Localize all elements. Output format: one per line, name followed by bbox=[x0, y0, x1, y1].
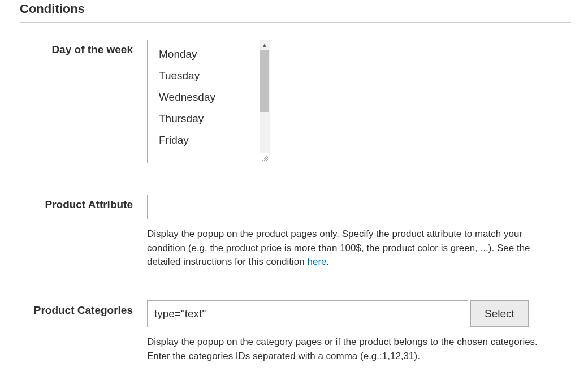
day-of-week-label: Day of the week bbox=[20, 40, 147, 57]
scroll-track[interactable] bbox=[260, 50, 270, 153]
resize-handle-icon[interactable] bbox=[260, 153, 270, 163]
scroll-up-icon[interactable]: ▲ bbox=[260, 40, 270, 50]
product-categories-row: Select bbox=[147, 300, 551, 327]
day-of-week-multiselect[interactable]: Monday Tuesday Wednesday Thursday Friday… bbox=[147, 40, 270, 163]
product-categories-help: Display the popup on the category pages … bbox=[147, 335, 551, 363]
day-option[interactable]: Friday bbox=[148, 129, 260, 151]
product-categories-control: Select Display the popup on the category… bbox=[147, 300, 551, 363]
help-text-suffix: . bbox=[327, 256, 330, 267]
day-of-week-list[interactable]: Monday Tuesday Wednesday Thursday Friday bbox=[148, 40, 260, 163]
day-option[interactable]: Monday bbox=[148, 44, 260, 65]
day-option[interactable]: Thursday bbox=[148, 108, 260, 129]
scroll-thumb[interactable] bbox=[260, 50, 269, 112]
here-link[interactable]: here bbox=[308, 256, 327, 267]
day-option[interactable]: Wednesday bbox=[148, 87, 260, 108]
field-product-attribute: Product Attribute Display the popup on t… bbox=[20, 195, 571, 269]
conditions-section: Conditions Day of the week Monday Tuesda… bbox=[0, 2, 588, 363]
field-day-of-week: Day of the week Monday Tuesday Wednesday… bbox=[20, 40, 571, 163]
product-categories-input[interactable] bbox=[147, 300, 468, 327]
field-product-categories: Product Categories Select Display the po… bbox=[20, 300, 571, 363]
product-attribute-help: Display the popup on the product pages o… bbox=[147, 227, 551, 269]
product-attribute-input[interactable] bbox=[147, 195, 548, 219]
select-button[interactable]: Select bbox=[470, 300, 529, 327]
product-attribute-control: Display the popup on the product pages o… bbox=[147, 195, 551, 269]
section-divider bbox=[20, 22, 571, 23]
scrollbar[interactable]: ▲ ▼ bbox=[260, 40, 270, 163]
product-attribute-label: Product Attribute bbox=[20, 195, 147, 212]
help-text-prefix: Display the popup on the product pages o… bbox=[147, 228, 530, 267]
section-title: Conditions bbox=[20, 2, 571, 16]
product-categories-label: Product Categories bbox=[20, 300, 147, 318]
day-option[interactable]: Tuesday bbox=[148, 65, 260, 87]
day-of-week-control: Monday Tuesday Wednesday Thursday Friday… bbox=[147, 40, 551, 163]
